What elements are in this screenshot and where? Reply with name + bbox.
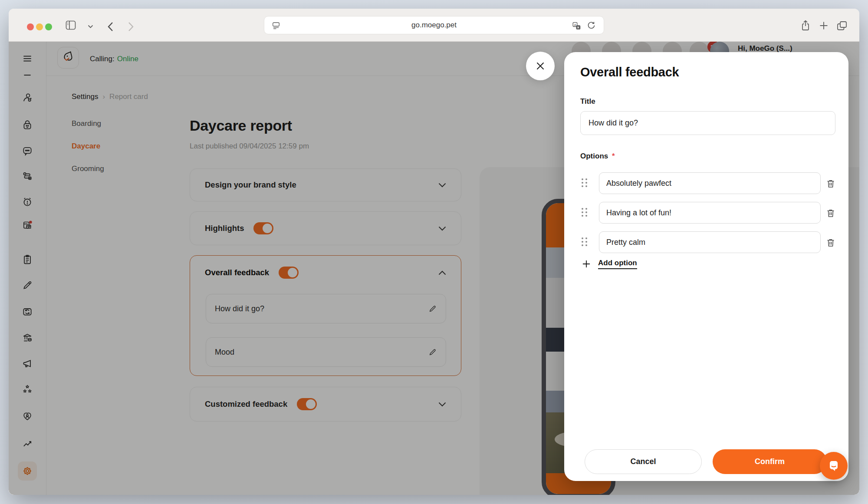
delete-option-button[interactable] — [825, 237, 838, 249]
title-input[interactable] — [580, 111, 835, 135]
reader-icon[interactable] — [271, 21, 281, 30]
translate-icon[interactable]: A — [572, 21, 581, 30]
traffic-close-button[interactable] — [27, 23, 34, 30]
add-option-button[interactable]: Add option — [582, 259, 637, 269]
url-text: go.moego.pet — [411, 21, 457, 30]
new-tab-icon[interactable] — [819, 21, 828, 30]
option-input[interactable] — [599, 202, 821, 224]
cancel-button[interactable]: Cancel — [585, 449, 702, 474]
app-content: Calling: Online 15 Hi, MoeGo (S...) Sett… — [9, 42, 859, 495]
option-row — [564, 172, 848, 194]
reload-icon[interactable] — [587, 21, 596, 30]
browser-window: go.moego.pet A — [9, 9, 859, 495]
forward-button-icon[interactable] — [128, 22, 134, 32]
delete-option-button[interactable] — [825, 207, 838, 219]
address-bar[interactable]: go.moego.pet A — [264, 16, 604, 34]
toolbar-chevron-down-icon[interactable] — [88, 25, 93, 28]
drag-handle-icon[interactable] — [582, 178, 588, 189]
option-row — [564, 231, 848, 253]
confirm-button[interactable]: Confirm — [713, 449, 827, 474]
sidebar-toggle-icon[interactable] — [66, 20, 76, 30]
title-field-label: Title — [580, 97, 595, 106]
option-input[interactable] — [599, 231, 821, 253]
drag-handle-icon[interactable] — [582, 208, 588, 218]
modal-heading: Overall feedback — [580, 65, 679, 79]
options-label: Options * — [580, 152, 615, 161]
chat-launcher-button[interactable] — [820, 452, 848, 480]
share-icon[interactable] — [800, 20, 811, 31]
required-asterisk: * — [612, 152, 615, 160]
overall-feedback-modal: Overall feedback Title Options * — [564, 52, 848, 481]
drag-handle-icon[interactable] — [582, 237, 588, 248]
option-input[interactable] — [599, 172, 821, 194]
browser-toolbar: go.moego.pet A — [9, 9, 859, 42]
tab-overview-icon[interactable] — [837, 21, 847, 31]
back-button-icon[interactable] — [107, 22, 113, 32]
plus-icon — [582, 259, 591, 269]
option-row — [564, 202, 848, 224]
traffic-minimize-button[interactable] — [36, 23, 43, 30]
add-option-label: Add option — [598, 259, 637, 269]
traffic-zoom-button[interactable] — [45, 23, 52, 30]
modal-close-button[interactable] — [526, 52, 555, 80]
chat-bubble-icon — [827, 459, 841, 473]
delete-option-button[interactable] — [825, 178, 838, 190]
